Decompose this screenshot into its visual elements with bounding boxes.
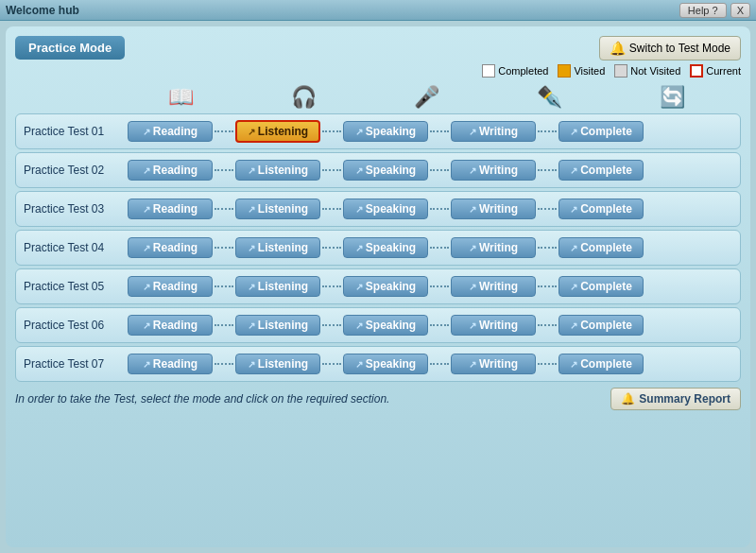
- headphones-icon: 🎧: [291, 85, 317, 110]
- speaking-arrow-icon: ↗: [355, 243, 363, 253]
- step-listening-6[interactable]: ↗Listening: [235, 315, 320, 336]
- summary-label: Summary Report: [639, 392, 730, 406]
- dots-1-1: [215, 130, 233, 132]
- step-writing-2[interactable]: ↗Writing: [451, 160, 536, 181]
- dots-5-4: [538, 285, 557, 287]
- step-writing-5[interactable]: ↗Writing: [451, 276, 536, 297]
- reading-arrow-icon: ↗: [143, 127, 150, 137]
- step-writing-1[interactable]: ↗Writing: [451, 121, 536, 142]
- step-label-speaking-6: Speaking: [366, 319, 416, 332]
- test-row-2: Practice Test 02↗Reading↗Listening↗Speak…: [15, 152, 741, 188]
- step-reading-5[interactable]: ↗Reading: [128, 276, 213, 297]
- step-reading-6[interactable]: ↗Reading: [128, 315, 213, 336]
- step-speaking-6[interactable]: ↗Speaking: [343, 315, 428, 336]
- step-label-reading-4: Reading: [153, 241, 198, 254]
- step-label-writing-5: Writing: [479, 280, 518, 293]
- listening-arrow-icon: ↗: [248, 359, 255, 370]
- step-listening-4[interactable]: ↗Listening: [235, 237, 320, 258]
- step-reading-2[interactable]: ↗Reading: [128, 160, 213, 181]
- test-label-2: Practice Test 02: [24, 164, 128, 177]
- step-label-listening-4: Listening: [258, 241, 308, 254]
- title-controls: Help ? X: [679, 3, 750, 18]
- step-complete-2[interactable]: ↗Complete: [558, 160, 644, 181]
- step-speaking-7[interactable]: ↗Speaking: [343, 354, 428, 374]
- step-label-reading-5: Reading: [153, 280, 198, 293]
- step-label-writing-3: Writing: [479, 202, 518, 216]
- legend-box-completed: [482, 64, 495, 78]
- dots-2-3: [430, 169, 449, 171]
- step-label-complete-3: Complete: [580, 202, 632, 216]
- step-speaking-1[interactable]: ↗Speaking: [343, 121, 428, 142]
- step-label-reading-2: Reading: [153, 164, 198, 177]
- dots-4-3: [430, 247, 449, 249]
- dots-7-4: [538, 363, 557, 365]
- complete-arrow-icon: ↗: [570, 165, 577, 176]
- dots-6-4: [538, 324, 557, 326]
- step-listening-2[interactable]: ↗Listening: [235, 160, 320, 181]
- step-speaking-4[interactable]: ↗Speaking: [343, 237, 428, 258]
- steps-3: ↗Reading↗Listening↗Speaking↗Writing↗Comp…: [128, 199, 732, 219]
- window-title: Welcome hub: [6, 4, 79, 17]
- step-complete-4[interactable]: ↗Complete: [558, 237, 644, 258]
- reading-arrow-icon: ↗: [143, 204, 150, 215]
- complete-arrow-icon: ↗: [570, 359, 577, 370]
- step-reading-3[interactable]: ↗Reading: [128, 199, 213, 219]
- step-label-listening-6: Listening: [258, 319, 308, 332]
- step-listening-7[interactable]: ↗Listening: [235, 354, 320, 374]
- step-writing-7[interactable]: ↗Writing: [451, 354, 536, 374]
- step-label-reading-3: Reading: [153, 202, 198, 216]
- test-row-5: Practice Test 05↗Reading↗Listening↗Speak…: [15, 268, 741, 304]
- legend-current-label: Current: [706, 65, 741, 77]
- dots-3-2: [322, 208, 341, 210]
- step-label-complete-7: Complete: [580, 357, 632, 371]
- listening-arrow-icon: ↗: [248, 320, 255, 331]
- step-reading-4[interactable]: ↗Reading: [128, 237, 213, 258]
- speaking-col-icon: 🎤: [365, 85, 488, 110]
- step-reading-1[interactable]: ↗Reading: [128, 121, 213, 142]
- legend-visited: Visited: [558, 64, 605, 78]
- step-listening-3[interactable]: ↗Listening: [235, 199, 320, 219]
- step-reading-7[interactable]: ↗Reading: [128, 354, 213, 374]
- step-label-speaking-7: Speaking: [366, 357, 416, 371]
- step-writing-3[interactable]: ↗Writing: [451, 199, 536, 219]
- test-row-4: Practice Test 04↗Reading↗Listening↗Speak…: [15, 230, 741, 266]
- reading-arrow-icon: ↗: [143, 165, 150, 176]
- step-listening-5[interactable]: ↗Listening: [235, 276, 320, 297]
- dots-7-3: [430, 363, 449, 365]
- switch-to-test-mode-button[interactable]: 🔔 Switch to Test Mode: [599, 36, 741, 60]
- step-writing-4[interactable]: ↗Writing: [451, 237, 536, 258]
- step-complete-6[interactable]: ↗Complete: [558, 315, 644, 336]
- summary-report-button[interactable]: 🔔 Summary Report: [610, 388, 741, 410]
- step-speaking-5[interactable]: ↗Speaking: [343, 276, 428, 297]
- step-complete-5[interactable]: ↗Complete: [558, 276, 644, 297]
- dots-5-3: [430, 285, 449, 287]
- dots-5-2: [322, 285, 341, 287]
- speaking-arrow-icon: ↗: [355, 282, 363, 292]
- step-complete-1[interactable]: ↗Complete: [558, 121, 644, 142]
- step-label-reading-6: Reading: [153, 319, 198, 332]
- dots-7-1: [215, 363, 233, 365]
- speaking-arrow-icon: ↗: [355, 165, 363, 176]
- switch-btn-label: Switch to Test Mode: [629, 42, 730, 55]
- listening-arrow-icon: ↗: [248, 127, 255, 137]
- close-button[interactable]: X: [730, 3, 750, 18]
- legend-box-visited: [558, 64, 571, 78]
- practice-mode-badge: Practice Mode: [15, 36, 125, 60]
- step-listening-1[interactable]: ↗Listening: [235, 120, 320, 143]
- legend-not-visited: Not Visited: [614, 64, 680, 78]
- dots-1-3: [430, 130, 449, 132]
- complete-arrow-icon: ↗: [570, 127, 577, 137]
- step-speaking-2[interactable]: ↗Speaking: [343, 160, 428, 181]
- step-speaking-3[interactable]: ↗Speaking: [343, 199, 428, 219]
- dots-3-4: [538, 208, 557, 210]
- step-complete-3[interactable]: ↗Complete: [558, 199, 644, 219]
- step-complete-7[interactable]: ↗Complete: [558, 354, 644, 374]
- step-label-listening-3: Listening: [258, 202, 308, 216]
- dots-3-1: [215, 208, 233, 210]
- dots-6-3: [430, 324, 449, 326]
- step-writing-6[interactable]: ↗Writing: [451, 315, 536, 336]
- help-button[interactable]: Help ?: [679, 3, 727, 18]
- steps-6: ↗Reading↗Listening↗Speaking↗Writing↗Comp…: [128, 315, 732, 336]
- complete-col-icon: 🔄: [610, 85, 733, 110]
- step-label-reading-7: Reading: [153, 357, 198, 371]
